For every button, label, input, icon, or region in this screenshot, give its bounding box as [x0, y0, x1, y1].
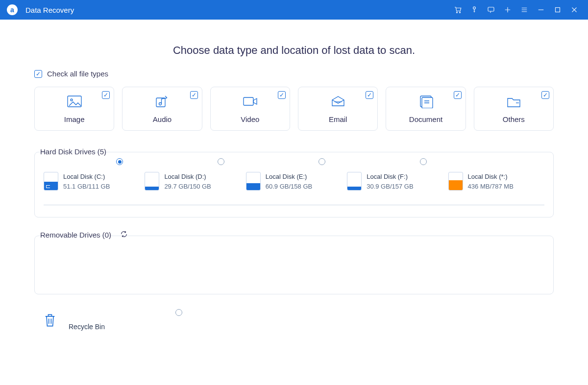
svg-rect-4 [556, 8, 560, 12]
drive-size: 60.9 GB/158 GB [266, 182, 312, 192]
removable-section-box [34, 236, 554, 294]
drive-name: Local Disk (E:) [266, 172, 312, 182]
drive-text: Local Disk (C:)51.1 GB/111 GB [63, 172, 110, 191]
type-card-audio-label: Audio [153, 115, 172, 123]
others-icon [505, 95, 522, 110]
hdd-divider [44, 205, 544, 205]
drive-size: 30.9 GB/157 GB [367, 182, 413, 192]
type-card-others[interactable]: Others [474, 87, 554, 131]
type-card-audio-checkbox[interactable] [190, 91, 198, 99]
type-card-document-checkbox[interactable] [454, 91, 462, 99]
drive-radio[interactable] [318, 158, 325, 165]
drive-radio[interactable] [116, 158, 123, 165]
hdd-drives-row: Local Disk (C:)51.1 GB/111 GBLocal Disk … [44, 170, 544, 191]
app-logo-icon: a [7, 4, 18, 15]
drive-icon [145, 172, 159, 191]
cart-icon[interactable] [451, 3, 465, 17]
drive-item[interactable]: Local Disk (*:)436 MB/787 MB [448, 170, 544, 191]
document-icon [417, 95, 434, 110]
drive-name: Local Disk (*:) [468, 172, 514, 182]
video-icon [242, 95, 258, 110]
hdd-section-box: Local Disk (C:)51.1 GB/111 GBLocal Disk … [34, 152, 554, 217]
drive-size: 29.7 GB/150 GB [164, 182, 211, 192]
drive-text: Local Disk (*:)436 MB/787 MB [468, 172, 514, 191]
drive-text: Local Disk (D:)29.7 GB/150 GB [164, 172, 211, 191]
drive-icon [44, 172, 58, 191]
drive-item[interactable]: Local Disk (E:)60.9 GB/158 GB [246, 170, 342, 191]
type-card-video-label: Video [241, 115, 259, 123]
type-card-email[interactable]: Email [298, 87, 378, 131]
type-card-audio[interactable]: Audio [122, 87, 202, 131]
drive-size: 436 MB/787 MB [468, 182, 514, 192]
maximize-icon[interactable] [551, 3, 564, 17]
feedback-icon[interactable] [484, 3, 498, 17]
svg-point-6 [71, 99, 73, 101]
menu-icon[interactable] [517, 3, 531, 17]
drive-name: Local Disk (C:) [63, 172, 110, 182]
drive-text: Local Disk (F:)30.9 GB/157 GB [367, 172, 413, 191]
recycle-bin-radio[interactable] [175, 309, 182, 316]
drive-item[interactable]: Local Disk (C:)51.1 GB/111 GB [44, 170, 140, 191]
recycle-bin-icon[interactable] [43, 312, 57, 331]
app-title: Data Recovery [25, 6, 74, 14]
type-card-others-checkbox[interactable] [541, 91, 549, 99]
svg-rect-9 [244, 97, 253, 105]
svg-point-2 [473, 7, 476, 9]
add-icon[interactable] [501, 3, 514, 17]
drive-icon [347, 172, 362, 191]
drive-name: Local Disk (D:) [164, 172, 211, 182]
image-icon [66, 95, 83, 110]
check-all-checkbox[interactable] [34, 70, 42, 78]
close-icon[interactable] [567, 3, 581, 17]
hdd-section-title: Hard Disk Drives (5) [40, 147, 106, 156]
check-all-label: Check all file types [47, 70, 108, 78]
check-all-row: Check all file types [34, 70, 554, 78]
type-card-email-checkbox[interactable] [366, 91, 373, 99]
type-card-image-checkbox[interactable] [102, 91, 110, 99]
drive-size: 51.1 GB/111 GB [63, 182, 110, 192]
page-heading: Choose data type and location of lost da… [34, 44, 554, 57]
type-card-image-label: Image [64, 115, 85, 123]
type-card-email-label: Email [329, 115, 347, 123]
email-icon [330, 95, 346, 110]
type-card-document-label: Document [409, 115, 442, 123]
titlebar: a Data Recovery [0, 0, 588, 20]
drive-item[interactable]: Local Disk (F:)30.9 GB/157 GB [347, 170, 443, 191]
removable-section-header: Removable Drives (0) [34, 230, 554, 240]
type-card-others-label: Others [503, 115, 525, 123]
svg-rect-7 [156, 98, 165, 107]
svg-point-0 [456, 12, 457, 13]
type-card-document[interactable]: Document [386, 87, 466, 131]
drive-radio[interactable] [218, 158, 224, 165]
recycle-row: Recycle Bin [34, 309, 554, 331]
svg-point-8 [159, 102, 161, 105]
removable-section-title: Removable Drives (0) [40, 231, 111, 239]
recycle-bin-label: Recycle Bin [69, 323, 105, 331]
minimize-icon[interactable] [534, 3, 548, 17]
drive-icon [448, 172, 463, 191]
drive-item[interactable]: Local Disk (D:)29.7 GB/150 GB [145, 170, 241, 191]
type-card-video[interactable]: Video [210, 87, 290, 131]
drive-icon [246, 172, 261, 191]
drive-radio[interactable] [420, 158, 427, 165]
key-icon[interactable] [467, 3, 481, 17]
type-card-image[interactable]: Image [34, 87, 114, 131]
main-content: Choose data type and location of lost da… [0, 20, 588, 340]
drive-name: Local Disk (F:) [367, 172, 413, 182]
type-card-video-checkbox[interactable] [278, 91, 286, 99]
hdd-section-header: Hard Disk Drives (5) [34, 147, 554, 156]
svg-point-1 [459, 12, 460, 13]
audio-icon [154, 95, 171, 110]
drive-text: Local Disk (E:)60.9 GB/158 GB [266, 172, 312, 191]
file-types-grid: ImageAudioVideoEmailDocumentOthers [34, 87, 554, 131]
refresh-icon[interactable] [120, 230, 128, 240]
